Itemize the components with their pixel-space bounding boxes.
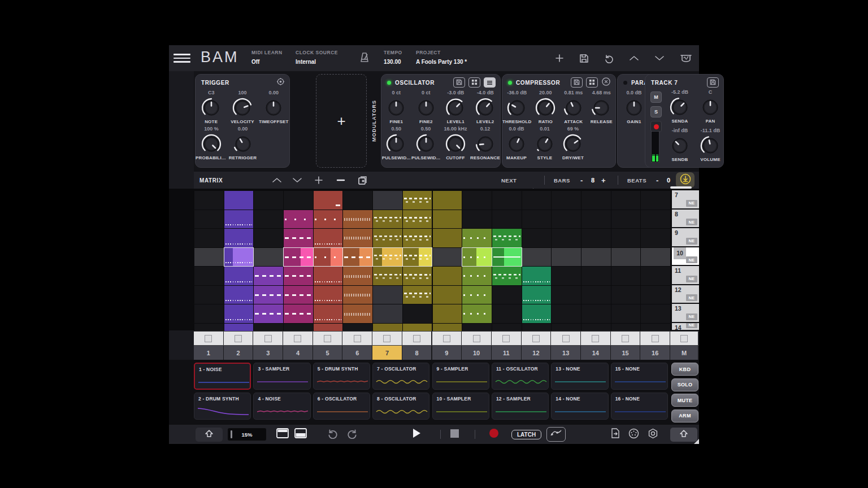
trigger-settings-icon[interactable] — [276, 77, 285, 88]
mute-button[interactable]: MUTE — [671, 394, 698, 407]
makeup-knob[interactable]: 0.0 dBMAKEUP — [502, 126, 531, 162]
add-scene-icon[interactable] — [314, 172, 323, 189]
stop-button[interactable] — [450, 425, 459, 444]
track-name-cell[interactable]: 8 - OSCILLATOR — [372, 393, 429, 420]
clip-cell[interactable] — [372, 285, 403, 305]
next-dropdown[interactable]: NEXT — [501, 172, 517, 189]
clip-cell[interactable] — [492, 304, 522, 324]
panel-bottom-toggle[interactable] — [294, 425, 307, 444]
clip-cell[interactable] — [432, 323, 463, 332]
clip-cell[interactable] — [253, 266, 284, 286]
clip-cell[interactable] — [283, 247, 314, 267]
track-checkbox[interactable] — [313, 331, 344, 346]
scene-ne-badge[interactable]: NE — [686, 200, 697, 207]
metronome-icon[interactable] — [358, 52, 371, 66]
track-number[interactable]: M — [670, 346, 699, 360]
clip-cell[interactable] — [313, 323, 344, 332]
clip-cell[interactable] — [402, 285, 433, 305]
track-number[interactable]: 3 — [253, 346, 284, 360]
clip-cell[interactable] — [492, 323, 522, 332]
track-number[interactable]: 6 — [342, 346, 373, 360]
clip-cell[interactable] — [492, 266, 522, 286]
track-name-cell[interactable]: 9 - SAMPLER — [432, 363, 489, 390]
clip-cell[interactable] — [581, 323, 611, 332]
track-name-cell[interactable]: 1 - NOISE — [194, 363, 251, 390]
clip-cell[interactable] — [551, 228, 581, 248]
clip-cell[interactable] — [224, 266, 254, 286]
clip-cell[interactable] — [640, 266, 671, 286]
scene-cell[interactable]: 13NE — [670, 304, 699, 323]
clip-cell[interactable] — [342, 266, 373, 286]
clip-cell[interactable] — [492, 190, 522, 210]
clip-cell[interactable] — [640, 285, 671, 305]
senda-knob[interactable]: -5.2 dBSENDA — [663, 89, 696, 125]
track-checkbox[interactable] — [402, 331, 433, 346]
clip-cell[interactable] — [224, 304, 254, 324]
compressor-close-icon[interactable] — [601, 77, 611, 89]
clip-cell[interactable] — [581, 190, 611, 210]
clock-source-group[interactable]: CLOCK SOURCE Internal — [296, 50, 338, 65]
chevron-up-icon[interactable] — [629, 55, 639, 62]
track-number[interactable]: 4 — [283, 346, 314, 360]
track-name-cell[interactable]: 12 - SAMPLER — [492, 393, 549, 420]
clip-cell[interactable] — [611, 304, 641, 324]
clip-cell[interactable] — [581, 266, 611, 286]
clip-cell[interactable] — [402, 304, 433, 324]
clip-cell[interactable] — [372, 323, 403, 332]
solo-button[interactable]: SOLO — [671, 378, 698, 391]
beats-minus-button[interactable]: - — [656, 172, 658, 189]
clip-cell[interactable] — [581, 285, 611, 305]
scene-pull-button[interactable] — [676, 172, 695, 188]
clip-cell[interactable] — [640, 247, 671, 267]
clip-cell[interactable] — [342, 210, 373, 229]
scene-cell[interactable]: 7NE — [670, 190, 699, 210]
velocity-knob[interactable]: 100VELOCITY — [227, 90, 258, 125]
clip-cell[interactable] — [522, 285, 552, 305]
track-number[interactable]: 7 — [372, 346, 403, 360]
clip-cell[interactable] — [313, 228, 344, 248]
track-checkbox[interactable] — [522, 331, 552, 346]
undo-button[interactable] — [327, 425, 338, 444]
track-name-cell[interactable]: 10 - SAMPLER — [432, 393, 489, 420]
track-name-cell[interactable]: 13 - NONE — [551, 363, 608, 390]
record-arm-button[interactable] — [650, 121, 662, 132]
track-number[interactable]: 13 — [551, 346, 581, 360]
clip-cell[interactable] — [313, 304, 344, 324]
clip-cell[interactable] — [283, 210, 314, 229]
pan-knob[interactable]: CPAN — [694, 89, 727, 125]
scene-cell[interactable]: 11NE — [670, 266, 699, 285]
duplicate-scene-icon[interactable] — [358, 172, 368, 189]
mute-button[interactable]: M — [650, 91, 662, 103]
track-number[interactable]: 15 — [611, 346, 641, 360]
latch-button[interactable]: LATCH — [511, 430, 541, 439]
export-file-button[interactable] — [611, 425, 620, 444]
clip-cell[interactable] — [224, 228, 254, 248]
clip-cell[interactable] — [432, 304, 463, 324]
clip-cell[interactable] — [581, 210, 611, 229]
tempo-group[interactable]: TEMPO 130.00 — [384, 50, 402, 65]
track-number[interactable]: 2 — [224, 346, 254, 360]
clip-cell[interactable] — [611, 266, 641, 286]
clip-cell[interactable] — [253, 304, 284, 324]
clip-cell[interactable] — [224, 210, 254, 229]
track-number[interactable]: 9 — [432, 346, 463, 360]
scene-cell[interactable]: 8NE — [670, 210, 699, 229]
track-name-cell[interactable]: 16 - NONE — [611, 393, 668, 420]
compressor-led[interactable] — [508, 81, 512, 85]
automation-button[interactable] — [546, 427, 566, 442]
clip-cell[interactable] — [194, 210, 224, 229]
clip-cell[interactable] — [372, 210, 403, 229]
remove-scene-icon[interactable] — [336, 172, 345, 189]
clip-cell[interactable] — [224, 247, 254, 267]
clip-cell[interactable] — [372, 304, 403, 324]
clip-cell[interactable] — [492, 228, 522, 248]
resize-corner[interactable] — [694, 439, 699, 444]
clip-cell[interactable] — [253, 323, 284, 332]
clip-cell[interactable] — [194, 190, 224, 210]
scene-cell[interactable]: 12NE — [670, 285, 699, 304]
clip-cell[interactable] — [313, 266, 344, 286]
clip-cell[interactable] — [402, 228, 433, 248]
new-project-icon[interactable] — [555, 54, 564, 63]
fine1-knob[interactable]: 0 ctFINE1 — [381, 90, 411, 125]
track-checkbox[interactable] — [670, 331, 699, 346]
